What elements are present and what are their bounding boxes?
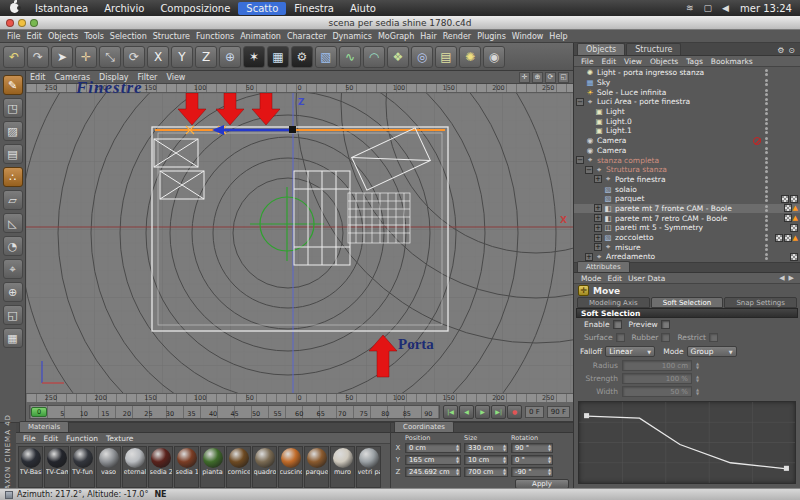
z-size-field[interactable]: 700 cm▲▼ — [464, 467, 508, 477]
material-cornice[interactable]: cornice — [226, 446, 251, 488]
live-selection-button[interactable]: ➤ — [51, 46, 73, 68]
visibility-toggles[interactable] — [765, 137, 768, 144]
visibility-toggles[interactable] — [765, 108, 768, 115]
menu-window[interactable]: Window — [509, 32, 547, 41]
material-tv-fun[interactable]: TV-fun — [70, 446, 95, 488]
menu-objects[interactable]: Objects — [45, 32, 81, 41]
model-mode-button[interactable]: ◳ — [3, 98, 23, 118]
x-rotation-field[interactable]: 90 °▲▼ — [511, 443, 553, 453]
visibility-toggles[interactable] — [765, 98, 768, 105]
undo-button[interactable]: ↶ — [3, 46, 25, 68]
coordinate-system-button[interactable]: ⊕ — [219, 46, 241, 68]
menu-plugins[interactable]: Plugins — [474, 32, 509, 41]
soft-selection-header[interactable]: Soft Selection — [576, 308, 798, 318]
tab-materials[interactable]: Materials — [19, 421, 69, 432]
strength-stepper[interactable]: ▲▼ — [696, 375, 699, 383]
lock-x-axis-button[interactable]: X — [147, 46, 169, 68]
rotate-view-icon[interactable]: ⟳ — [545, 72, 556, 83]
falloff-dropdown[interactable]: Linear▼ — [605, 346, 655, 357]
goto-end-button[interactable]: ▶| — [491, 405, 506, 419]
viewport[interactable]: X Z — [26, 93, 573, 393]
expand-toggle[interactable]: + — [594, 175, 602, 183]
menu-edit[interactable]: Edit — [23, 32, 45, 41]
add-spline-button[interactable]: ∿ — [339, 46, 361, 68]
materials-menu-file[interactable]: File — [20, 434, 39, 443]
radius-field[interactable]: 100 cm — [622, 360, 692, 371]
material-vetri-pa[interactable]: vetri pa — [356, 446, 381, 488]
snap-toggle-button[interactable]: ▦ — [3, 328, 23, 348]
preview-checkbox[interactable] — [661, 320, 670, 329]
rotate-tool-button[interactable]: ⟳ — [123, 46, 145, 68]
scale-tool-button[interactable]: ⤡ — [99, 46, 121, 68]
tree-item-luci-area-porte-finestra[interactable]: −⌖Luci Area - porte finestra — [574, 97, 800, 107]
objects-menu-objects[interactable]: Objects — [647, 57, 681, 66]
z-rotation-field[interactable]: -90 °▲▼ — [511, 467, 553, 477]
objects-menu-view[interactable]: View — [621, 57, 645, 66]
y-rotation-field[interactable]: 0 °▲▼ — [511, 455, 553, 465]
enable-checkbox[interactable] — [613, 320, 622, 329]
add-camera-button[interactable]: ◉ — [483, 46, 505, 68]
texture-tag-icon[interactable] — [784, 234, 792, 242]
tree-item-sky[interactable]: ▦Sky — [574, 78, 800, 88]
forward-arrow-icon[interactable]: ▶ — [787, 274, 796, 282]
materials-menu-function[interactable]: Function — [63, 434, 101, 443]
add-light-button[interactable]: ✺ — [459, 46, 481, 68]
material-eternal[interactable]: eternal — [122, 446, 147, 488]
timeline-start-field[interactable]: 0 F — [525, 406, 544, 418]
tree-item-porte-finestra[interactable]: +⌖Porte finestra — [574, 175, 800, 185]
tab-structure[interactable]: Structure — [626, 43, 681, 55]
materials-menu-edit[interactable]: Edit — [41, 434, 62, 443]
visibility-toggles[interactable] — [765, 166, 768, 173]
minimize-window-button[interactable] — [18, 19, 26, 27]
tree-item-light-0[interactable]: ▣Light.0 — [574, 116, 800, 126]
menu-functions[interactable]: Functions — [193, 32, 237, 41]
expand-toggle[interactable]: + — [594, 234, 602, 242]
material-tv-cam[interactable]: TV-Cam — [44, 446, 69, 488]
add-primitive-button[interactable]: ▧ — [315, 46, 337, 68]
material-parquet[interactable]: parquet — [304, 446, 329, 488]
menubar-item-aiuto[interactable]: Aiuto — [342, 2, 384, 15]
visibility-toggles[interactable] — [765, 186, 768, 193]
menu-hair[interactable]: Hair — [417, 32, 439, 41]
menu-tools[interactable]: Tools — [81, 32, 107, 41]
visibility-toggles[interactable] — [765, 195, 768, 202]
visibility-toggles[interactable] — [765, 79, 768, 86]
expand-toggle[interactable]: + — [585, 253, 593, 261]
timeline-end-field[interactable]: 90 F — [547, 406, 570, 418]
tree-item-parete-mt-7-retro-cam-boole[interactable]: +◧parete mt 7 retro CAM - Boole▲ — [574, 213, 800, 223]
tree-item-parete-mt-7-fronte-cam-boole[interactable]: +◧parete mt 7 fronte CAM - Boole▲ — [574, 204, 800, 214]
collapse-toggle[interactable]: − — [576, 98, 584, 106]
texture-tag-icon[interactable] — [775, 234, 783, 242]
visibility-toggles[interactable] — [765, 244, 768, 251]
volume-icon[interactable]: ◀ — [717, 3, 734, 13]
objects-menu-tags[interactable]: Tags — [683, 57, 706, 66]
texture-tag-icon[interactable] — [781, 195, 789, 203]
tree-item-sole-luce-infinita[interactable]: ☀Sole - Luce infinita — [574, 87, 800, 97]
tree-item-solaio[interactable]: ▧solaio — [574, 184, 800, 194]
tree-item-misure[interactable]: +⌖misure — [574, 242, 800, 252]
menubar-item-finestra[interactable]: Finestra — [286, 2, 342, 15]
object-axis-mode-button[interactable]: ⌖ — [3, 259, 23, 279]
visibility-toggles[interactable] — [765, 157, 768, 164]
tree-item-light-porta-ingresso-stanza[interactable]: ✺Light - porta ingresso stanza — [574, 68, 800, 78]
material-vaso[interactable]: vaso — [96, 446, 121, 488]
visibility-toggles[interactable] — [765, 234, 768, 241]
menu-file[interactable]: File — [4, 32, 23, 41]
zoom-window-button[interactable] — [30, 19, 38, 27]
move-tool-button[interactable]: ✛ — [75, 46, 97, 68]
menubar-item-composizione[interactable]: Composizione — [152, 2, 238, 15]
visibility-toggles[interactable] — [765, 205, 768, 212]
expand-toggle[interactable]: + — [594, 214, 602, 222]
animation-mode-button[interactable]: ◔ — [3, 236, 23, 256]
attributes-menu-edit[interactable]: Edit — [604, 274, 625, 283]
close-window-button[interactable] — [6, 19, 14, 27]
back-arrow-icon[interactable]: ◀ — [777, 274, 786, 282]
menubar-clock[interactable]: mer 13:24 — [734, 3, 792, 14]
toggle-views-icon[interactable]: ◱ — [558, 72, 569, 83]
tree-item-camera[interactable]: ◉Camera — [574, 146, 800, 156]
menubar-item-scatto[interactable]: Scatto — [238, 2, 286, 15]
lock-z-axis-button[interactable]: Z — [195, 46, 217, 68]
viewport-layout-button[interactable]: ◱ — [3, 305, 23, 325]
expand-toggle[interactable]: + — [594, 243, 602, 251]
menu-dynamics[interactable]: Dynamics — [329, 32, 374, 41]
